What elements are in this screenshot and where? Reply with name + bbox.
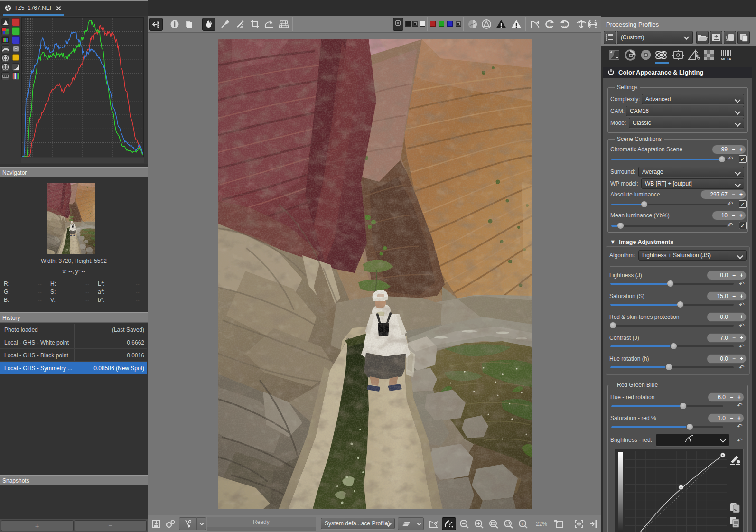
svg-text:90°: 90° — [548, 26, 553, 29]
svg-text:META: META — [721, 57, 731, 61]
svg-text:90°: 90° — [563, 26, 568, 29]
svg-text:1:1: 1:1 — [521, 521, 527, 526]
